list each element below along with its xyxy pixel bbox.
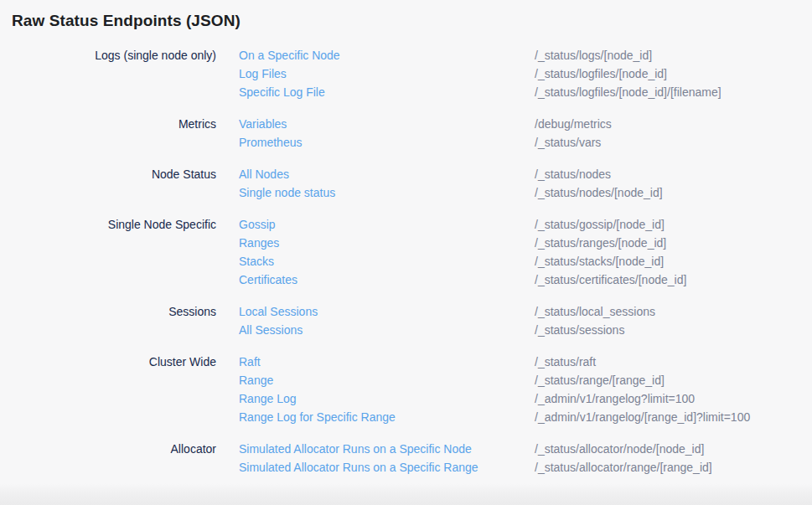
endpoint-link[interactable]: Single node status [239,183,535,202]
endpoint-path: /_status/logfiles/[node_id]/[filename] [535,83,812,101]
endpoint-path: /_status/range/[range_id] [535,371,812,389]
endpoint-link[interactable]: Range Log for Specific Range [239,408,535,426]
endpoint-link[interactable]: Simulated Allocator Runs on a Specific N… [239,440,535,458]
endpoint-link[interactable]: On a Specific Node [239,46,535,64]
endpoint-path: /debug/metrics [535,115,812,133]
endpoint-link[interactable]: Gossip [239,215,535,234]
endpoint-group: Sessions Local SessionsAll Sessions /_st… [0,302,812,339]
category-label: Node Status [0,165,239,202]
endpoint-link[interactable]: Specific Log File [239,83,535,101]
endpoint-path: /_admin/v1/rangelog/[range_id]?limit=100 [535,408,812,426]
endpoint-link[interactable]: Log Files [239,64,535,83]
paths-column: /debug/metrics/_status/vars [535,115,812,152]
endpoint-link[interactable]: Simulated Allocator Runs on a Specific R… [239,458,535,477]
endpoint-group: Allocator Simulated Allocator Runs on a … [0,440,812,477]
endpoint-link[interactable]: Local Sessions [239,302,535,321]
endpoint-link[interactable]: All Nodes [239,165,535,183]
paths-column: /_status/logs/[node_id]/_status/logfiles… [535,46,812,101]
endpoint-path: /_status/logs/[node_id] [535,46,812,64]
page-title: Raw Status Endpoints (JSON) [12,10,812,32]
endpoint-group: Cluster Wide RaftRangeRange LogRange Log… [0,353,812,426]
paths-column: /_status/allocator/node/[node_id]/_statu… [535,440,812,477]
endpoint-group: Single Node Specific GossipRangesStacksC… [0,215,812,289]
endpoint-link[interactable]: Raft [239,353,535,371]
endpoint-path: /_status/logfiles/[node_id] [535,64,812,83]
endpoint-path: /_status/raft [535,353,812,371]
endpoint-link[interactable]: Prometheus [239,133,535,152]
endpoint-path: /_status/vars [535,133,812,152]
endpoint-path: /_status/nodes [535,165,812,183]
endpoint-group: Logs (single node only) On a Specific No… [0,46,812,101]
category-label: Single Node Specific [0,215,239,289]
endpoint-path: /_status/stacks/[node_id] [535,252,812,271]
links-column: All NodesSingle node status [239,165,535,202]
links-column: GossipRangesStacksCertificates [239,215,535,289]
links-column: Simulated Allocator Runs on a Specific N… [239,440,535,477]
endpoint-link[interactable]: All Sessions [239,321,535,339]
links-column: On a Specific NodeLog FilesSpecific Log … [239,46,535,101]
endpoint-groups: Logs (single node only) On a Specific No… [0,46,812,477]
endpoint-path: /_status/allocator/range/[range_id] [535,458,812,477]
endpoint-link[interactable]: Range [239,371,535,389]
endpoint-path: /_admin/v1/rangelog?limit=100 [535,389,812,408]
paths-column: /_status/local_sessions/_status/sessions [535,302,812,339]
endpoint-group: Node Status All NodesSingle node status … [0,165,812,202]
category-label: Sessions [0,302,239,339]
category-label: Allocator [0,440,239,477]
endpoint-path: /_status/sessions [535,321,812,339]
endpoint-link[interactable]: Ranges [239,234,535,252]
endpoint-link[interactable]: Variables [239,115,535,133]
endpoint-path: /_status/allocator/node/[node_id] [535,440,812,458]
endpoint-group: Metrics VariablesPrometheus /debug/metri… [0,115,812,152]
links-column: Local SessionsAll Sessions [239,302,535,339]
endpoint-path: /_status/certificates/[node_id] [535,271,812,289]
paths-column: /_status/nodes/_status/nodes/[node_id] [535,165,812,202]
links-column: RaftRangeRange LogRange Log for Specific… [239,353,535,426]
endpoint-link[interactable]: Range Log [239,389,535,408]
endpoint-link[interactable]: Stacks [239,252,535,271]
links-column: VariablesPrometheus [239,115,535,152]
footer-strip [0,483,812,505]
category-label: Logs (single node only) [0,46,239,101]
endpoint-path: /_status/nodes/[node_id] [535,183,812,202]
category-label: Metrics [0,115,239,152]
paths-column: /_status/raft/_status/range/[range_id]/_… [535,353,812,426]
category-label: Cluster Wide [0,353,239,426]
paths-column: /_status/gossip/[node_id]/_status/ranges… [535,215,812,289]
endpoint-path: /_status/gossip/[node_id] [535,215,812,234]
endpoint-path: /_status/ranges/[node_id] [535,234,812,252]
endpoint-link[interactable]: Certificates [239,271,535,289]
endpoint-path: /_status/local_sessions [535,302,812,321]
